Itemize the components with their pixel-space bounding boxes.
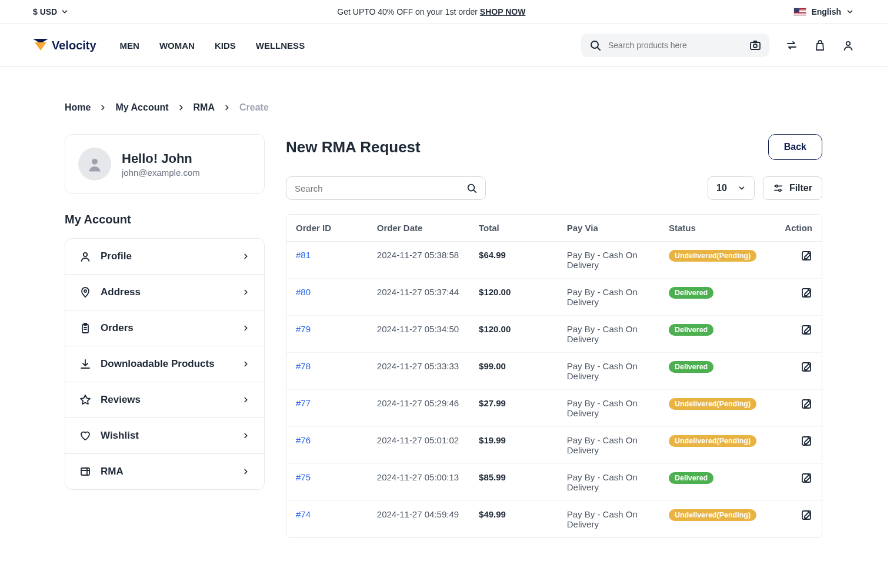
status-badge: Undelivered(Pending) — [669, 435, 756, 447]
search-box[interactable] — [581, 34, 769, 57]
breadcrumb-item[interactable]: Home — [65, 102, 91, 113]
edit-icon[interactable] — [801, 324, 812, 336]
table-row: #76 2024-11-27 05:01:02 $19.99 Pay By - … — [286, 427, 822, 464]
main-content: New RMA Request Back 10 Filter — [286, 134, 822, 538]
filter-button[interactable]: Filter — [763, 176, 822, 200]
sidebar-item[interactable]: Orders — [65, 310, 264, 346]
status-badge: Delivered — [669, 324, 713, 336]
status-badge: Delivered — [669, 287, 713, 299]
per-page-dropdown[interactable]: 10 — [708, 176, 755, 200]
chevron-right-icon — [223, 103, 231, 112]
order-link[interactable]: #75 — [296, 472, 311, 482]
chevron-right-icon — [99, 103, 107, 112]
order-link[interactable]: #76 — [296, 435, 311, 445]
pay-via: Pay By - Cash On Delivery — [567, 398, 664, 418]
edit-icon[interactable] — [801, 250, 812, 262]
flag-us-icon — [793, 8, 806, 16]
edit-icon[interactable] — [801, 287, 812, 299]
chevron-right-icon — [242, 432, 250, 440]
logo-mark-icon — [33, 39, 48, 52]
clipboard-icon — [79, 322, 91, 334]
language-selector[interactable]: English — [793, 7, 854, 16]
back-button[interactable]: Back — [768, 134, 822, 160]
logo[interactable]: Velocity — [33, 39, 96, 52]
orders-table: Order ID Order Date Total Pay Via Status… — [286, 214, 822, 538]
chevron-right-icon — [242, 360, 250, 368]
order-total: $49.99 — [479, 509, 506, 519]
order-link[interactable]: #79 — [296, 324, 311, 334]
edit-icon[interactable] — [801, 398, 812, 410]
account-icon[interactable] — [842, 39, 854, 51]
nav-item[interactable]: WOMAN — [159, 41, 195, 51]
compare-icon[interactable] — [786, 39, 798, 51]
status-badge: Undelivered(Pending) — [669, 398, 756, 410]
search-icon — [589, 39, 601, 51]
order-link[interactable]: #78 — [296, 361, 311, 371]
table-row: #78 2024-11-27 05:33:33 $99.00 Pay By - … — [286, 353, 822, 390]
col-order-id: Order ID — [296, 223, 372, 233]
sidebar-item[interactable]: Wishlist — [65, 418, 264, 454]
breadcrumb-current: Create — [239, 102, 269, 113]
order-total: $64.99 — [479, 250, 506, 260]
sidebar-item-label: Profile — [101, 250, 132, 262]
table-search[interactable] — [286, 176, 486, 200]
user-greeting: Hello! John — [122, 151, 200, 166]
filter-label: Filter — [789, 183, 812, 193]
edit-icon[interactable] — [801, 509, 812, 521]
cart-icon[interactable] — [814, 39, 826, 51]
breadcrumb: HomeMy AccountRMACreate — [65, 102, 822, 113]
edit-icon[interactable] — [801, 435, 812, 447]
edit-icon[interactable] — [801, 472, 812, 484]
logo-text: Velocity — [52, 39, 96, 52]
table-row: #74 2024-11-27 04:59:49 $49.99 Pay By - … — [286, 501, 822, 537]
order-link[interactable]: #80 — [296, 287, 311, 297]
nav-item[interactable]: KIDS — [215, 41, 236, 51]
order-total: $120.00 — [479, 324, 511, 334]
sidebar-item-label: Reviews — [101, 394, 141, 406]
sidebar-item[interactable]: Downloadable Products — [65, 346, 264, 382]
order-total: $99.00 — [479, 361, 506, 371]
sidebar-item[interactable]: Address — [65, 275, 264, 310]
chevron-right-icon — [242, 467, 250, 476]
col-action: Action — [771, 223, 812, 233]
chevron-down-icon — [738, 184, 746, 192]
sidebar-item[interactable]: RMA — [65, 454, 264, 489]
table-row: #81 2024-11-27 05:38:58 $64.99 Pay By - … — [286, 242, 822, 279]
order-date: 2024-11-27 05:01:02 — [377, 435, 459, 445]
sidebar-item[interactable]: Profile — [65, 239, 264, 275]
order-link[interactable]: #81 — [296, 250, 311, 260]
camera-icon[interactable] — [749, 39, 761, 51]
status-badge: Undelivered(Pending) — [669, 509, 756, 521]
sidebar-item[interactable]: Reviews — [65, 382, 264, 418]
pin-icon — [79, 286, 91, 298]
sidebar-item-label: Address — [101, 286, 141, 298]
nav-item[interactable]: WELLNESS — [256, 41, 305, 51]
order-date: 2024-11-27 05:00:13 — [377, 472, 459, 482]
account-sidebar: Hello! John john@example.com My Account … — [65, 134, 265, 490]
user-avatar-icon — [86, 156, 103, 172]
search-input[interactable] — [608, 41, 742, 50]
promo-banner: Get UPTO 40% OFF on your 1st order SHOP … — [337, 7, 525, 16]
order-total: $27.99 — [479, 398, 506, 408]
sidebar-item-label: Wishlist — [101, 430, 139, 442]
nav-item[interactable]: MEN — [120, 41, 139, 51]
edit-icon[interactable] — [801, 361, 812, 373]
col-status: Status — [669, 223, 766, 233]
breadcrumb-item[interactable]: RMA — [194, 102, 215, 113]
table-row: #79 2024-11-27 05:34:50 $120.00 Pay By -… — [286, 316, 822, 353]
promo-text: Get UPTO 40% OFF on your 1st order — [337, 7, 480, 16]
shop-now-link[interactable]: SHOP NOW — [480, 7, 526, 16]
order-link[interactable]: #77 — [296, 398, 311, 408]
pay-via: Pay By - Cash On Delivery — [567, 287, 664, 307]
breadcrumb-item[interactable]: My Account — [115, 102, 168, 113]
table-search-input[interactable] — [295, 183, 466, 193]
table-row: #77 2024-11-27 05:29:46 $27.99 Pay By - … — [286, 390, 822, 427]
currency-selector[interactable]: $ USD — [33, 7, 69, 16]
pay-via: Pay By - Cash On Delivery — [567, 324, 664, 344]
order-date: 2024-11-27 05:34:50 — [377, 324, 459, 334]
order-total: $85.99 — [479, 472, 506, 482]
pay-via: Pay By - Cash On Delivery — [567, 361, 664, 381]
order-link[interactable]: #74 — [296, 509, 311, 519]
pay-via: Pay By - Cash On Delivery — [567, 250, 664, 270]
pay-via: Pay By - Cash On Delivery — [567, 509, 664, 529]
